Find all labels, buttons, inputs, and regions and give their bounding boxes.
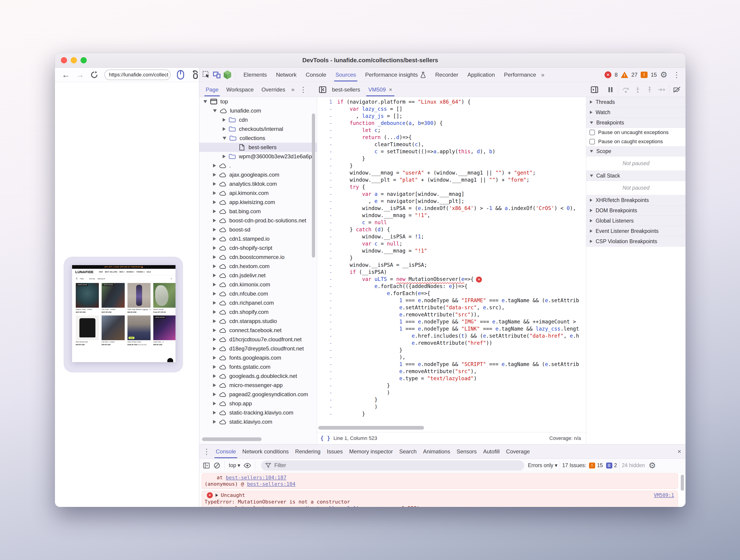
log-level-selector[interactable]: Errors only ▾ [528, 462, 557, 468]
filter-button[interactable]: Filter [80, 278, 84, 280]
warning-badge-icon[interactable]: ! [621, 72, 628, 78]
tree-item-best-sellers[interactable]: best-sellers [199, 143, 317, 152]
tree-item-boost-sd[interactable]: boost-sd [199, 225, 317, 234]
caret-closed-icon[interactable] [213, 274, 216, 277]
caret-closed-icon[interactable] [213, 219, 216, 222]
sources-nav-overflow[interactable]: » [290, 86, 296, 93]
code-line[interactable]: - 1 === e.nodeType && "SCRIPT" === e.tag… [317, 361, 586, 368]
sources-nav-page[interactable]: Page [202, 83, 222, 96]
code-line[interactable]: - window.___plt = "plat" + (window.___mn… [317, 176, 586, 183]
sources-nav-menu-icon[interactable]: ⋮ [297, 86, 309, 93]
checkbox-row[interactable]: Pause on caught exceptions [586, 137, 685, 146]
issues-breaking-count[interactable]: 15 [597, 462, 603, 468]
checkbox-row[interactable]: Pause on uncaught exceptions [586, 128, 685, 137]
code-line[interactable]: - function _debounce(a, b=300) { [317, 120, 586, 127]
code-line[interactable]: - window.___mnag = "userA" + (window.___… [317, 169, 586, 176]
tree-item-cdn-starapps-studio[interactable]: cdn.starapps.studio [199, 316, 317, 326]
product-card[interactable]: LIMITED EDITIONCyber Shirt - Li$59.95 US… [153, 315, 176, 346]
error-count[interactable]: 8 [615, 72, 618, 78]
caret-closed-icon[interactable] [213, 392, 216, 396]
nodejs-icon[interactable] [222, 70, 233, 80]
checkbox[interactable] [589, 130, 595, 135]
tree-item-static-tracking-klaviyo-com[interactable]: static-tracking.klaviyo.com [199, 408, 317, 417]
code-line[interactable]: - e.href.includes(t) && (e.setAttribute(… [317, 333, 586, 340]
tree-item-bat-bing-com[interactable]: bat.bing.com [199, 207, 317, 216]
debugger-section-xhr-fetch-breakpoints[interactable]: XHR/fetch Breakpoints [586, 195, 685, 205]
inspect-element-icon[interactable] [201, 70, 212, 80]
caret-closed-icon[interactable] [213, 255, 216, 259]
tree-item-micro-messenger-app[interactable]: micro-messenger-app [199, 381, 317, 390]
debugger-section-call-stack[interactable]: Call Stack [586, 171, 685, 181]
sources-nav-workspace[interactable]: Workspace [223, 83, 257, 96]
caret-closed-icon[interactable] [223, 155, 225, 158]
drawer-menu-icon[interactable]: ⋮ [201, 448, 212, 455]
caret-closed-icon[interactable] [223, 118, 225, 122]
file-tab-best-sellers[interactable]: best-sellers [328, 83, 364, 96]
code-line[interactable]: - ) [317, 403, 586, 410]
back-button[interactable]: ← [62, 71, 70, 79]
code-line[interactable]: - } catch (d) { [317, 226, 586, 233]
caret-closed-icon[interactable] [213, 338, 216, 341]
more-tabs-chevron[interactable]: » [540, 71, 546, 79]
drawer-tab-animations[interactable]: Animations [420, 445, 454, 458]
tree-item-cdn-kimonix-com[interactable]: cdn.kimonix.com [199, 280, 317, 289]
tab-elements[interactable]: Elements [240, 68, 270, 81]
debugger-section-breakpoints[interactable]: Breakpoints [586, 117, 685, 128]
tree-horizontal-scrollbar[interactable] [202, 437, 262, 441]
caret-open-icon[interactable] [203, 100, 207, 103]
drawer-close-icon[interactable]: × [675, 448, 685, 455]
debugger-section-event-listener-breakpoints[interactable]: Event Listener Breakpoints [586, 226, 685, 236]
device-toolbar-icon[interactable] [212, 70, 222, 80]
tree-item-pagead2-googlesyndication-com[interactable]: pagead2.googlesyndication.com [199, 390, 317, 399]
product-card[interactable]: SALEHelm Of Awe Cloak$198.36 USD $247.95… [127, 315, 151, 346]
clear-console-icon[interactable] [212, 460, 222, 471]
code-line[interactable]: - } [317, 254, 586, 262]
tab-network[interactable]: Network [272, 68, 300, 81]
source-link[interactable]: VM509:1 [654, 492, 674, 499]
product-card[interactable]: LIMITED EDITIONVegvisir Cloak - Limited$… [76, 283, 99, 313]
tree-item-d1hcrjcdtouu7e-cloudfront-net[interactable]: d1hcrjcdtouu7e.cloudfront.net [199, 335, 317, 344]
caret-closed-icon[interactable] [213, 200, 216, 204]
code-editor[interactable]: 1if (navigator.platform == "Linux x86_64… [317, 97, 586, 444]
tree-item-cdn-nfcube-com[interactable]: cdn.nfcube.com [199, 289, 317, 298]
tree-item-cdn1-stamped-io[interactable]: cdn1.stamped.io [199, 234, 317, 244]
forward-button[interactable]: → [76, 71, 84, 79]
tab-console[interactable]: Console [302, 68, 330, 81]
code-line[interactable]: - } [317, 382, 586, 389]
drawer-tab-rendering[interactable]: Rendering [292, 445, 324, 458]
tree-item-d18eg7dreypte5-cloudfront-net[interactable]: d18eg7dreypte5.cloudfront.net [199, 344, 317, 353]
hidden-messages-count[interactable]: 24 hidden [622, 462, 645, 468]
tree-item--[interactable]: . [199, 161, 317, 170]
site-logo[interactable]: LUNAFIDE [75, 270, 94, 274]
close-window-button[interactable] [61, 57, 67, 63]
error-badge-icon[interactable]: × [605, 71, 612, 78]
tree-item-collections[interactable]: collections [199, 133, 317, 143]
caret-closed-icon[interactable] [213, 374, 216, 378]
site-nav-item[interactable]: MEN ▾ [119, 271, 124, 273]
code-line[interactable]: - window.__isPSA = __isPSA; [317, 262, 586, 269]
deactivate-breakpoints-icon[interactable] [671, 84, 682, 95]
caret-closed-icon[interactable] [213, 420, 216, 424]
code-line[interactable]: - if (__isPSA) [317, 269, 586, 276]
caret-closed-icon[interactable] [213, 365, 216, 369]
tree-item-top[interactable]: top [199, 97, 317, 106]
tree-item-cdn-boostcommerce-io[interactable]: cdn.boostcommerce.io [199, 253, 317, 262]
tree-item-static-klaviyo-com[interactable]: static.klaviyo.com [199, 417, 317, 427]
code-line[interactable]: - } [317, 396, 586, 403]
issues-info-count[interactable]: 2 [614, 462, 617, 468]
code-line[interactable]: - } [317, 155, 586, 162]
tree-vertical-scrollbar[interactable] [312, 113, 315, 258]
code-line[interactable]: - e.forEach(({addedNodes: e})=>{ [317, 283, 586, 290]
caret-closed-icon[interactable] [213, 228, 216, 231]
caret-closed-icon[interactable] [213, 329, 216, 332]
checkbox[interactable] [589, 139, 595, 144]
caret-closed-icon[interactable] [213, 283, 216, 286]
caret-closed-icon[interactable] [213, 191, 216, 195]
code-line[interactable]: - } [317, 347, 586, 354]
code-line[interactable]: - var c = null; [317, 240, 586, 247]
tab-performance[interactable]: Performance [500, 68, 540, 81]
caret-closed-icon[interactable] [213, 182, 216, 186]
stack-link[interactable]: best-sellers:104 [247, 481, 295, 487]
code-line[interactable]: - e.setAttribute("data-src", e.src), [317, 304, 586, 311]
devtools-menu-icon[interactable]: ⋮ [671, 71, 682, 79]
